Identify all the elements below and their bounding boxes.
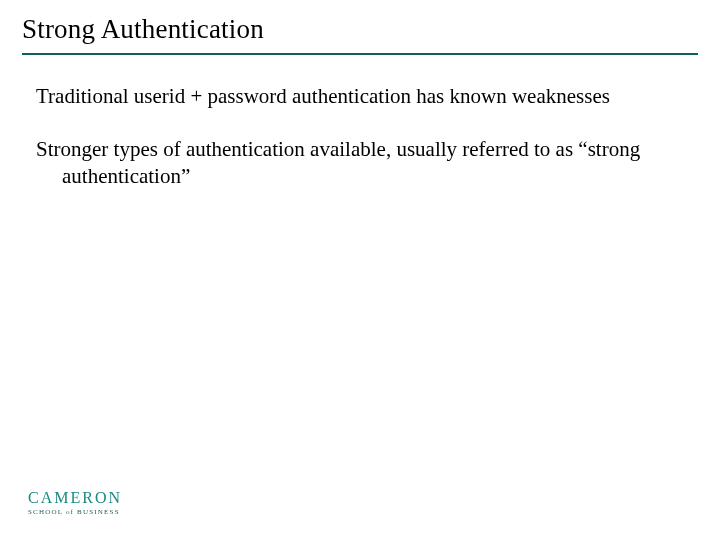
slide-title: Strong Authentication — [22, 14, 720, 45]
logo-sub-text: SCHOOL of BUSINESS — [28, 508, 122, 516]
body-paragraph: Stronger types of authentication availab… — [36, 136, 676, 190]
body-paragraph: Traditional userid + password authentica… — [36, 83, 676, 110]
slide: Strong Authentication Traditional userid… — [0, 0, 720, 540]
footer-logo: CAMERON SCHOOL of BUSINESS — [28, 489, 122, 516]
logo-main-text: CAMERON — [28, 489, 122, 507]
title-area: Strong Authentication — [0, 0, 720, 45]
body-area: Traditional userid + password authentica… — [0, 55, 720, 190]
